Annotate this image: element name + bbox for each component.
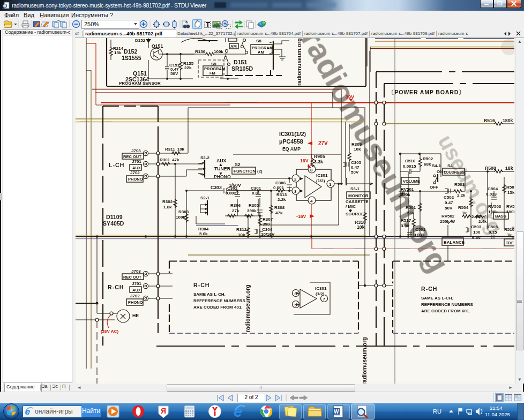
svg-text:〔POWER AMP BOARD〕: 〔POWER AMP BOARD〕 (388, 89, 465, 95)
svg-text:3.9k: 3.9k (401, 223, 409, 228)
svg-text:J701: J701 (132, 281, 141, 286)
svg-text:W: W (334, 409, 339, 415)
svg-text:27k: 27k (232, 208, 239, 213)
svg-text:R516: R516 (484, 118, 495, 123)
svg-text:OFF: OFF (430, 185, 438, 190)
svg-text:R304: R304 (198, 227, 209, 231)
svg-text:0.15: 0.15 (489, 230, 497, 235)
svg-text:SAME AS L-CH.: SAME AS L-CH. (421, 296, 453, 301)
svg-text:7: 7 (323, 297, 326, 302)
svg-text:2.2k: 2.2k (278, 197, 286, 202)
svg-text:PHONO: PHONO (128, 300, 143, 305)
svg-text:0.47: 0.47 (351, 165, 360, 170)
svg-text:R311 10k: R311 10k (165, 147, 185, 152)
svg-text:R501: R501 (406, 205, 416, 210)
svg-text:SY405D: SY405D (103, 220, 124, 227)
svg-text:R306: R306 (230, 203, 241, 208)
svg-text:J701: J701 (132, 159, 141, 164)
svg-text:C304: C304 (262, 227, 273, 232)
svg-text:3.3k: 3.3k (314, 159, 323, 164)
svg-text:TRE: TRE (506, 241, 514, 245)
svg-text:/ MIC: / MIC (346, 204, 356, 209)
svg-text:50V: 50V (170, 71, 178, 76)
svg-text:D152: D152 (124, 48, 137, 55)
svg-text:100k: 100k (214, 49, 223, 54)
svg-text:0.001: 0.001 (273, 185, 285, 190)
svg-text:S4-1: S4-1 (432, 163, 441, 168)
svg-text:2.4k: 2.4k (471, 214, 480, 219)
svg-text:TUNER: TUNER (214, 166, 231, 171)
svg-text:REC OUT: REC OUT (123, 275, 141, 280)
svg-text:AM: AM (230, 44, 237, 49)
svg-text:D1109: D1109 (106, 214, 123, 220)
svg-text:R517: R517 (401, 218, 411, 223)
svg-text:S8: S8 (256, 39, 261, 43)
svg-text:D151: D151 (234, 59, 247, 65)
svg-text:REFFERENCE NUMBERS: REFFERENCE NUMBERS (193, 298, 246, 303)
svg-text:HE: HE (132, 313, 139, 318)
svg-text:(1/2): (1/2) (316, 178, 325, 183)
svg-text:SOURCE: SOURCE (346, 212, 364, 216)
svg-text:REC OUT: REC OUT (123, 154, 141, 159)
svg-text:11.04.2025: 11.04.2025 (485, 411, 510, 417)
svg-text:C502: C502 (444, 195, 454, 200)
svg-text:R506: R506 (506, 185, 514, 190)
svg-text:J702: J702 (130, 170, 140, 175)
svg-text:C305: C305 (351, 160, 362, 165)
svg-text:LOUDNESS: LOUDNESS (444, 170, 465, 174)
svg-text:J703: J703 (131, 148, 141, 153)
svg-text:MONITOR: MONITOR (348, 193, 369, 198)
svg-text:100k: 100k (176, 215, 185, 220)
svg-text:R309: R309 (351, 142, 362, 147)
svg-text:FUNCTION: FUNCTION (234, 169, 256, 174)
svg-text:10/16V: 10/16V (261, 232, 275, 237)
svg-text:RV503: RV503 (488, 204, 501, 209)
svg-text:C503: C503 (471, 224, 482, 229)
svg-text:R313: R313 (276, 192, 287, 197)
svg-text:1: 1 (329, 182, 332, 187)
svg-text:100: 100 (473, 230, 481, 235)
svg-text:D152: D152 (135, 38, 146, 43)
svg-text:C501: C501 (415, 227, 426, 232)
svg-text:10k: 10k (354, 147, 361, 152)
svg-text:FM: FM (209, 71, 215, 76)
svg-text:L-CH: L-CH (109, 162, 124, 168)
svg-text:R308: R308 (274, 205, 285, 210)
svg-text:ARE CODED FROM 401.: ARE CODED FROM 401. (193, 305, 243, 310)
svg-text:R503: R503 (454, 182, 465, 187)
svg-text:R-CH: R-CH (108, 284, 124, 290)
svg-text:21:54: 21:54 (490, 405, 503, 411)
svg-text:C301: C301 (251, 186, 261, 191)
svg-text:10k: 10k (357, 224, 365, 230)
svg-text:BASS: BASS (495, 214, 506, 219)
svg-text:22k: 22k (184, 65, 192, 70)
svg-text:AUX: AUX (132, 288, 141, 292)
svg-text:8: 8 (310, 168, 313, 172)
svg-text:390k: 390k (247, 208, 257, 213)
svg-text:0.0015: 0.0015 (403, 164, 416, 169)
svg-text:AM: AM (258, 50, 264, 55)
svg-text:R303: R303 (178, 209, 189, 214)
svg-text:50V: 50V (445, 206, 453, 211)
svg-text:18k: 18k (505, 166, 513, 171)
svg-text:S3-1: S3-1 (350, 186, 360, 191)
svg-text:R504: R504 (458, 205, 469, 210)
svg-text:S2-2: S2-2 (200, 155, 209, 160)
svg-text:EQ AMP: EQ AMP (282, 146, 301, 152)
svg-text:0.033: 0.033 (486, 192, 497, 197)
svg-text:CASSETTE: CASSETTE (346, 199, 369, 204)
svg-text:R-CH: R-CH (421, 286, 437, 292)
svg-text:RU: RU (433, 408, 441, 415)
svg-text:2.2k: 2.2k (457, 193, 466, 198)
svg-text:AUX: AUX (132, 166, 141, 170)
svg-text:C505: C505 (488, 224, 498, 229)
svg-text:10k: 10k (238, 232, 245, 237)
svg-text:R156: R156 (195, 49, 206, 54)
svg-text:S2-1: S2-1 (200, 196, 209, 200)
svg-text:16V: 16V (300, 158, 309, 163)
svg-text:R508: R508 (485, 166, 496, 171)
svg-text:R-CH: R-CH (193, 282, 209, 288)
svg-text:J702: J702 (130, 294, 140, 298)
svg-text:15k: 15k (114, 50, 122, 55)
svg-text:0.01: 0.01 (252, 191, 260, 196)
